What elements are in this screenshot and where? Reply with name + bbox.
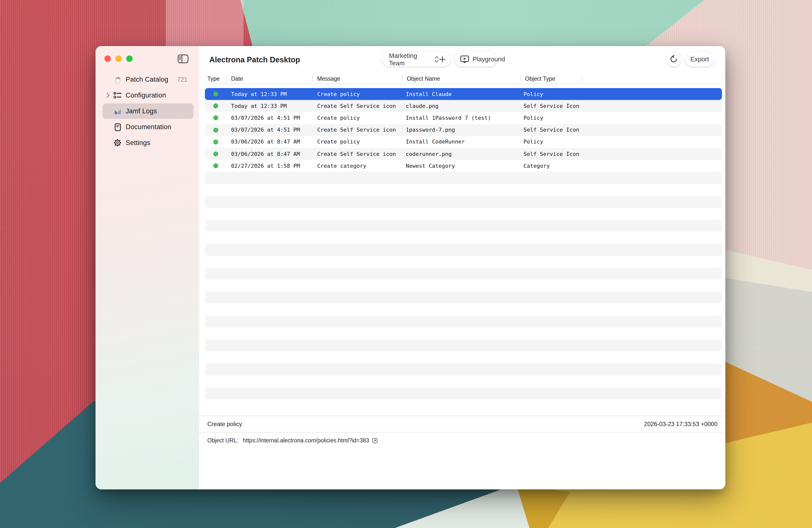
column-header-type[interactable]: Type — [205, 73, 226, 84]
sidebar-item-label: Settings — [126, 139, 150, 146]
table-row-empty[interactable] — [205, 351, 722, 363]
window-title: Alectrona Patch Desktop — [209, 46, 300, 73]
cell-object-name: Newest Category — [402, 163, 520, 169]
sidebar-item-patch-catalog[interactable]: Patch Catalog 721 — [102, 72, 193, 87]
column-header-message[interactable]: Message — [312, 73, 402, 84]
cell-object-name: Install 1Password 7 (test) — [402, 115, 520, 121]
column-header-object-type[interactable]: Object Type — [520, 73, 581, 84]
document-icon — [113, 123, 122, 131]
column-header-object-name[interactable]: Object Name — [402, 73, 520, 84]
sidebar-item-label: Configuration — [126, 91, 166, 99]
sidebar-item-configuration[interactable]: Configuration — [102, 88, 193, 103]
table-row-empty[interactable] — [205, 208, 722, 220]
table-row-empty[interactable] — [205, 399, 722, 411]
table-row-empty[interactable] — [205, 268, 722, 280]
table-row-empty[interactable] — [205, 375, 722, 387]
cell-object-name: claude.png — [402, 103, 520, 109]
table-row-empty[interactable] — [205, 220, 722, 232]
sidebar-item-label: Documentation — [126, 123, 171, 131]
table-row[interactable]: 03/06/2026 at 8:47 AM Create policy Inst… — [205, 136, 722, 148]
object-url-label: Object URL: — [207, 438, 238, 443]
sidebar-item-jamf-logs[interactable]: Jamf Logs — [102, 103, 193, 119]
cell-date: 03/07/2026 at 4:51 PM — [226, 127, 312, 133]
table-row[interactable]: 03/07/2026 at 4:51 PM Create policy Inst… — [205, 112, 722, 124]
sidebar-toggle-icon — [178, 55, 189, 63]
sidebar-item-settings[interactable]: Settings — [102, 135, 193, 150]
team-selector[interactable]: Marketing Team — [382, 52, 451, 67]
table-row-empty[interactable] — [205, 339, 722, 351]
table-row-empty[interactable] — [205, 280, 722, 292]
patch-catalog-count-badge: 721 — [177, 76, 193, 83]
cell-message: Create policy — [312, 115, 402, 121]
export-button[interactable]: Export — [685, 52, 714, 67]
cell-object-name: Install Claude — [402, 91, 520, 97]
column-header-date[interactable]: Date — [226, 73, 312, 84]
table-row-empty[interactable] — [205, 364, 722, 375]
cell-date: 03/06/2026 at 8:47 AM — [226, 139, 312, 145]
sidebar-toggle-button[interactable] — [178, 55, 189, 63]
object-url-value[interactable]: https://internal.alectrona.com/policies.… — [243, 438, 369, 443]
team-selector-value: Marketing Team — [389, 52, 431, 67]
cell-date: 02/27/2026 at 1:58 PM — [226, 163, 312, 169]
table-row[interactable]: 03/06/2026 at 8:47 AM Create Self Servic… — [205, 148, 722, 160]
status-dot — [213, 128, 218, 132]
status-dot — [213, 151, 218, 156]
close-button[interactable] — [104, 55, 111, 62]
table-row-empty[interactable] — [205, 327, 722, 339]
cell-object-type: Self Service Icon — [520, 103, 581, 109]
table-row[interactable]: 02/27/2026 at 1:58 PM Create category Ne… — [205, 160, 722, 172]
detail-timestamp: 2026-03-23 17:33:53 +0000 — [644, 421, 717, 427]
status-dot — [213, 91, 218, 97]
refresh-button[interactable] — [666, 52, 681, 67]
play-display-icon — [460, 55, 469, 63]
cell-date: 03/07/2026 at 4:51 PM — [226, 115, 312, 121]
desktop: Patch Catalog 721 — [0, 0, 812, 528]
table-row-empty[interactable] — [205, 172, 722, 184]
table-row-empty[interactable] — [205, 316, 722, 327]
sidebar-item-documentation[interactable]: Documentation — [102, 119, 193, 135]
table-row-empty[interactable] — [205, 196, 722, 208]
cell-object-type: Category — [520, 163, 581, 169]
cell-message: Create category — [312, 163, 402, 169]
column-header-filler — [581, 73, 722, 84]
cell-message: Create Self Service icon — [312, 127, 402, 133]
cell-object-type: Policy — [520, 91, 581, 97]
cell-date: 03/06/2026 at 8:47 AM — [226, 151, 312, 157]
zoom-button[interactable] — [126, 55, 133, 62]
table-row-empty[interactable] — [205, 244, 722, 255]
table-row[interactable]: Today at 12:33 PM Create Self Service ic… — [205, 100, 722, 112]
minimize-button[interactable] — [115, 55, 122, 62]
table-row[interactable]: 03/07/2026 at 4:51 PM Create Self Servic… — [205, 124, 722, 136]
sidebar-nav: Patch Catalog 721 — [102, 72, 193, 150]
playground-button[interactable]: Playground — [454, 52, 497, 67]
chevron-right-icon[interactable] — [106, 92, 113, 98]
sidebar-item-label: Jamf Logs — [126, 107, 157, 115]
arrow-counterclockwise-icon — [669, 55, 678, 63]
table-row[interactable]: Today at 12:33 PM Create policy Install … — [205, 88, 722, 100]
sidebar: Patch Catalog 721 — [96, 46, 199, 489]
cell-object-name: coderunner.png — [402, 151, 520, 157]
status-dot — [213, 104, 218, 108]
table-row-empty[interactable] — [205, 387, 722, 399]
cell-object-type: Policy — [520, 139, 581, 145]
app-window: Patch Catalog 721 — [96, 46, 725, 489]
table-row-empty[interactable] — [205, 292, 722, 303]
table-row-empty[interactable] — [205, 304, 722, 316]
cell-object-type: Self Service Icon — [520, 127, 581, 133]
table-header: Type Date Message Object Name Object Typ… — [205, 73, 722, 84]
external-link-button[interactable] — [372, 438, 378, 443]
playground-label: Playground — [473, 55, 505, 63]
table-row-empty[interactable] — [205, 184, 722, 196]
add-button[interactable] — [439, 56, 446, 63]
cell-date: Today at 12:33 PM — [226, 91, 312, 97]
table-row-empty[interactable] — [205, 232, 722, 244]
toolbar: Alectrona Patch Desktop Marketing Team — [199, 46, 725, 73]
bird-icon — [113, 75, 122, 83]
cell-message: Create policy — [312, 139, 402, 145]
cell-message: Create Self Service icon — [312, 103, 402, 109]
sidebar-item-label: Patch Catalog — [126, 76, 168, 83]
traffic-lights — [104, 55, 133, 62]
table-row-empty[interactable] — [205, 255, 722, 267]
status-dot — [213, 116, 218, 120]
checklist-icon — [113, 91, 122, 99]
